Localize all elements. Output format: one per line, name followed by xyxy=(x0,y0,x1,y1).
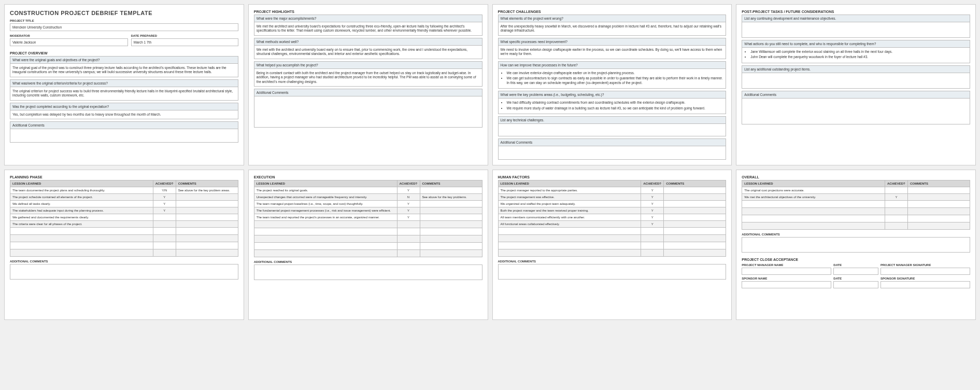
achieved-cell[interactable] xyxy=(153,227,176,234)
comments-cell[interactable] xyxy=(420,242,482,249)
lesson-cell[interactable] xyxy=(742,222,885,229)
comments-cell[interactable] xyxy=(664,227,726,234)
p2-a2[interactable]: We met with the architect and university… xyxy=(254,46,482,59)
p4-ac-box[interactable] xyxy=(742,99,970,124)
achieved-cell[interactable] xyxy=(641,242,664,249)
achieved-cell[interactable] xyxy=(153,220,176,227)
p3-a2[interactable]: We need to involve exterior-design craft… xyxy=(498,46,727,59)
p1-a3[interactable]: Yes, but completion was delayed by two m… xyxy=(10,110,238,119)
p4-a1[interactable] xyxy=(742,22,970,38)
achieved-cell[interactable]: Y xyxy=(641,220,664,227)
achieved-cell[interactable] xyxy=(153,249,176,256)
achieved-cell[interactable]: Y/N xyxy=(153,187,176,193)
comments-cell[interactable] xyxy=(176,249,238,256)
comments-cell[interactable] xyxy=(664,193,726,200)
comments-cell[interactable] xyxy=(420,235,482,242)
comments-cell[interactable] xyxy=(664,234,726,242)
p3-a5[interactable] xyxy=(498,124,727,136)
lesson-cell[interactable] xyxy=(254,228,397,235)
sp-sig-field[interactable] xyxy=(880,281,970,288)
p3-a1[interactable]: After the unexpectedly heavy snowfall in… xyxy=(498,22,727,36)
p3-ac-box[interactable] xyxy=(498,146,727,160)
lesson-cell[interactable] xyxy=(742,215,885,222)
comments-cell[interactable] xyxy=(664,214,726,220)
p1-a1[interactable]: The original goal of the project was to … xyxy=(10,64,238,77)
comments-cell[interactable] xyxy=(176,242,238,249)
achieved-cell[interactable]: Y xyxy=(885,193,908,200)
lesson-cell[interactable] xyxy=(498,242,641,249)
lesson-cell[interactable] xyxy=(498,234,641,242)
achieved-cell[interactable]: Y xyxy=(641,187,664,193)
comments-cell[interactable] xyxy=(176,214,238,220)
comments-cell[interactable] xyxy=(420,214,482,220)
achieved-cell[interactable] xyxy=(397,235,420,242)
p3-a3[interactable]: We can involve exterior-design craftspeo… xyxy=(498,69,727,89)
comments-cell[interactable] xyxy=(176,227,238,234)
achieved-cell[interactable]: Y xyxy=(397,187,420,193)
p4-a2[interactable]: Jane Williamson will complete the exteri… xyxy=(742,48,970,63)
comments-cell[interactable] xyxy=(176,193,238,200)
comments-cell[interactable] xyxy=(176,220,238,227)
comments-cell[interactable] xyxy=(908,222,970,229)
lesson-cell[interactable] xyxy=(254,235,397,242)
pm-sig-field[interactable] xyxy=(880,268,970,275)
comments-cell[interactable] xyxy=(908,215,970,222)
achieved-cell[interactable]: Y xyxy=(153,193,176,200)
p6-ac-box[interactable] xyxy=(254,264,482,280)
p2-a3[interactable]: Being in constant contact with both the … xyxy=(254,69,482,87)
comments-cell[interactable] xyxy=(664,242,726,249)
p4-a3[interactable] xyxy=(742,73,970,89)
comments-cell[interactable] xyxy=(420,228,482,235)
pm-name-field[interactable] xyxy=(742,268,831,275)
comments-cell[interactable] xyxy=(908,187,970,193)
achieved-cell[interactable] xyxy=(885,222,908,229)
achieved-cell[interactable] xyxy=(153,214,176,220)
moderator-field[interactable]: Valerie Jackson xyxy=(10,38,128,46)
lesson-cell[interactable] xyxy=(254,242,397,249)
achieved-cell[interactable] xyxy=(397,242,420,249)
comments-cell[interactable] xyxy=(420,187,482,193)
achieved-cell[interactable] xyxy=(885,200,908,207)
achieved-cell[interactable]: Y xyxy=(641,200,664,207)
lesson-cell[interactable] xyxy=(254,249,397,257)
achieved-cell[interactable] xyxy=(397,249,420,257)
comments-cell[interactable] xyxy=(420,249,482,257)
p5-ac-box[interactable] xyxy=(10,264,238,280)
pm-date-field[interactable] xyxy=(833,268,878,275)
achieved-cell[interactable] xyxy=(885,187,908,193)
lesson-cell[interactable] xyxy=(498,249,641,256)
achieved-cell[interactable] xyxy=(885,215,908,222)
lesson-cell[interactable] xyxy=(498,227,641,234)
achieved-cell[interactable] xyxy=(397,220,420,228)
comments-cell[interactable] xyxy=(664,200,726,207)
achieved-cell[interactable]: Y xyxy=(153,200,176,207)
achieved-cell[interactable]: Y xyxy=(397,214,420,220)
comments-cell[interactable] xyxy=(908,193,970,200)
date-field[interactable]: March 1 7th xyxy=(131,38,238,46)
achieved-cell[interactable] xyxy=(641,249,664,256)
achieved-cell[interactable]: Y xyxy=(397,200,420,207)
achieved-cell[interactable] xyxy=(641,227,664,234)
comments-cell[interactable] xyxy=(176,200,238,207)
achieved-cell[interactable] xyxy=(397,228,420,235)
comments-cell[interactable] xyxy=(908,207,970,215)
achieved-cell[interactable]: N xyxy=(397,193,420,200)
comments-cell[interactable] xyxy=(176,234,238,242)
achieved-cell[interactable]: Y xyxy=(397,207,420,214)
lesson-cell[interactable] xyxy=(10,234,153,242)
comments-cell[interactable] xyxy=(908,200,970,207)
comments-cell[interactable] xyxy=(420,220,482,228)
achieved-cell[interactable] xyxy=(641,234,664,242)
lesson-cell[interactable] xyxy=(254,220,397,228)
comments-cell[interactable]: See above for the key problems. xyxy=(420,193,482,200)
achieved-cell[interactable] xyxy=(885,207,908,215)
lesson-cell[interactable] xyxy=(10,227,153,234)
p8-ac-box[interactable] xyxy=(742,237,970,253)
achieved-cell[interactable] xyxy=(153,234,176,242)
comments-cell[interactable] xyxy=(664,207,726,214)
p2-a1[interactable]: We met the architect and university boar… xyxy=(254,22,482,36)
p2-ac-box[interactable] xyxy=(254,96,482,128)
lesson-cell[interactable] xyxy=(742,207,885,215)
achieved-cell[interactable] xyxy=(153,242,176,249)
lesson-cell[interactable] xyxy=(10,242,153,249)
